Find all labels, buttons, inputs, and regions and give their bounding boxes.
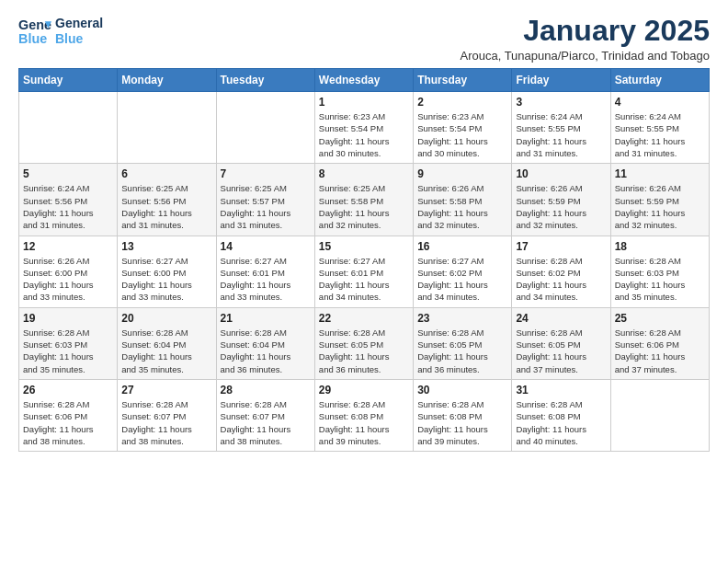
calendar-cell: 23Sunrise: 6:28 AM Sunset: 6:05 PM Dayli… [414, 307, 512, 379]
day-number: 3 [516, 96, 606, 109]
day-number: 12 [23, 240, 113, 253]
day-info: Sunrise: 6:23 AM Sunset: 5:54 PM Dayligh… [417, 110, 507, 159]
calendar-cell: 31Sunrise: 6:28 AM Sunset: 6:08 PM Dayli… [512, 379, 610, 451]
calendar-cell: 2Sunrise: 6:23 AM Sunset: 5:54 PM Daylig… [414, 92, 512, 164]
calendar-cell: 4Sunrise: 6:24 AM Sunset: 5:55 PM Daylig… [610, 92, 709, 164]
day-number: 11 [615, 167, 705, 180]
calendar-cell: 9Sunrise: 6:26 AM Sunset: 5:58 PM Daylig… [414, 164, 512, 236]
weekday-header-friday: Friday [512, 69, 610, 92]
calendar-cell: 5Sunrise: 6:24 AM Sunset: 5:56 PM Daylig… [19, 164, 118, 236]
day-info: Sunrise: 6:28 AM Sunset: 6:08 PM Dayligh… [516, 398, 606, 447]
day-info: Sunrise: 6:25 AM Sunset: 5:57 PM Dayligh… [221, 182, 311, 231]
day-number: 15 [319, 240, 409, 253]
day-number: 25 [615, 312, 705, 325]
day-number: 18 [615, 240, 705, 253]
day-info: Sunrise: 6:26 AM Sunset: 6:00 PM Dayligh… [23, 255, 113, 304]
calendar-cell: 27Sunrise: 6:28 AM Sunset: 6:07 PM Dayli… [118, 379, 216, 451]
day-number: 4 [615, 96, 705, 109]
calendar-cell [216, 92, 314, 164]
calendar-cell: 1Sunrise: 6:23 AM Sunset: 5:54 PM Daylig… [314, 92, 413, 164]
day-info: Sunrise: 6:28 AM Sunset: 6:03 PM Dayligh… [615, 255, 705, 304]
day-number: 10 [516, 167, 606, 180]
calendar-cell [19, 92, 118, 164]
day-number: 7 [221, 167, 311, 180]
calendar-cell: 17Sunrise: 6:28 AM Sunset: 6:02 PM Dayli… [512, 236, 610, 307]
day-number: 20 [121, 312, 211, 325]
day-number: 6 [121, 167, 211, 180]
day-info: Sunrise: 6:25 AM Sunset: 5:56 PM Dayligh… [121, 182, 211, 231]
calendar-cell: 3Sunrise: 6:24 AM Sunset: 5:55 PM Daylig… [512, 92, 610, 164]
day-number: 22 [319, 312, 409, 325]
subtitle: Arouca, Tunapuna/Piarco, Trinidad and To… [460, 49, 710, 63]
calendar-cell [610, 379, 709, 451]
logo-text: General Blue [55, 16, 103, 47]
day-number: 23 [417, 312, 507, 325]
weekday-header-row: SundayMondayTuesdayWednesdayThursdayFrid… [19, 69, 710, 92]
day-info: Sunrise: 6:28 AM Sunset: 6:07 PM Dayligh… [221, 398, 311, 447]
calendar-cell: 29Sunrise: 6:28 AM Sunset: 6:08 PM Dayli… [314, 379, 413, 451]
day-info: Sunrise: 6:27 AM Sunset: 6:00 PM Dayligh… [121, 255, 211, 304]
calendar-cell: 21Sunrise: 6:28 AM Sunset: 6:04 PM Dayli… [216, 307, 314, 379]
day-number: 5 [23, 167, 113, 180]
day-number: 1 [319, 96, 409, 109]
logo-icon: General Blue [18, 15, 51, 48]
day-number: 24 [516, 312, 606, 325]
day-info: Sunrise: 6:26 AM Sunset: 5:59 PM Dayligh… [615, 182, 705, 231]
title-block: January 2025 Arouca, Tunapuna/Piarco, Tr… [460, 15, 710, 63]
main-title: January 2025 [460, 15, 710, 47]
calendar-cell: 22Sunrise: 6:28 AM Sunset: 6:05 PM Dayli… [314, 307, 413, 379]
weekday-header-tuesday: Tuesday [216, 69, 314, 92]
day-info: Sunrise: 6:28 AM Sunset: 6:06 PM Dayligh… [23, 398, 113, 447]
calendar-cell: 24Sunrise: 6:28 AM Sunset: 6:05 PM Dayli… [512, 307, 610, 379]
day-info: Sunrise: 6:28 AM Sunset: 6:02 PM Dayligh… [516, 255, 606, 304]
day-number: 21 [221, 312, 311, 325]
day-info: Sunrise: 6:28 AM Sunset: 6:05 PM Dayligh… [319, 327, 409, 375]
day-info: Sunrise: 6:28 AM Sunset: 6:05 PM Dayligh… [516, 327, 606, 375]
calendar-cell: 10Sunrise: 6:26 AM Sunset: 5:59 PM Dayli… [512, 164, 610, 236]
calendar-cell: 11Sunrise: 6:26 AM Sunset: 5:59 PM Dayli… [610, 164, 709, 236]
day-number: 9 [417, 167, 507, 180]
day-info: Sunrise: 6:24 AM Sunset: 5:55 PM Dayligh… [516, 110, 606, 159]
day-info: Sunrise: 6:28 AM Sunset: 6:04 PM Dayligh… [221, 327, 311, 375]
logo: General Blue General Blue [18, 15, 103, 48]
week-row-3: 12Sunrise: 6:26 AM Sunset: 6:00 PM Dayli… [19, 236, 710, 307]
calendar-cell [118, 92, 216, 164]
week-row-5: 26Sunrise: 6:28 AM Sunset: 6:06 PM Dayli… [19, 379, 710, 451]
week-row-1: 1Sunrise: 6:23 AM Sunset: 5:54 PM Daylig… [19, 92, 710, 164]
day-info: Sunrise: 6:24 AM Sunset: 5:55 PM Dayligh… [615, 110, 705, 159]
day-number: 14 [221, 240, 311, 253]
page: General Blue General Blue January 2025 A… [0, 0, 728, 461]
calendar-cell: 15Sunrise: 6:27 AM Sunset: 6:01 PM Dayli… [314, 236, 413, 307]
day-number: 16 [417, 240, 507, 253]
calendar-cell: 25Sunrise: 6:28 AM Sunset: 6:06 PM Dayli… [610, 307, 709, 379]
day-info: Sunrise: 6:25 AM Sunset: 5:58 PM Dayligh… [319, 182, 409, 231]
calendar-cell: 20Sunrise: 6:28 AM Sunset: 6:04 PM Dayli… [118, 307, 216, 379]
calendar-cell: 12Sunrise: 6:26 AM Sunset: 6:00 PM Dayli… [19, 236, 118, 307]
calendar-cell: 26Sunrise: 6:28 AM Sunset: 6:06 PM Dayli… [19, 379, 118, 451]
calendar-body: 1Sunrise: 6:23 AM Sunset: 5:54 PM Daylig… [19, 92, 710, 452]
day-info: Sunrise: 6:28 AM Sunset: 6:06 PM Dayligh… [615, 327, 705, 375]
day-info: Sunrise: 6:27 AM Sunset: 6:01 PM Dayligh… [221, 255, 311, 304]
day-number: 28 [221, 384, 311, 396]
day-info: Sunrise: 6:27 AM Sunset: 6:01 PM Dayligh… [319, 255, 409, 304]
day-number: 29 [319, 384, 409, 396]
day-number: 31 [516, 384, 606, 396]
svg-text:Blue: Blue [18, 31, 47, 46]
week-row-4: 19Sunrise: 6:28 AM Sunset: 6:03 PM Dayli… [19, 307, 710, 379]
day-number: 8 [319, 167, 409, 180]
header: General Blue General Blue January 2025 A… [18, 15, 710, 63]
day-number: 26 [23, 384, 113, 396]
day-info: Sunrise: 6:28 AM Sunset: 6:03 PM Dayligh… [23, 327, 113, 375]
day-number: 27 [121, 384, 211, 396]
day-info: Sunrise: 6:28 AM Sunset: 6:08 PM Dayligh… [417, 398, 507, 447]
calendar-cell: 18Sunrise: 6:28 AM Sunset: 6:03 PM Dayli… [610, 236, 709, 307]
calendar-cell: 8Sunrise: 6:25 AM Sunset: 5:58 PM Daylig… [314, 164, 413, 236]
day-info: Sunrise: 6:28 AM Sunset: 6:04 PM Dayligh… [121, 327, 211, 375]
day-number: 13 [121, 240, 211, 253]
day-number: 19 [23, 312, 113, 325]
calendar-cell: 19Sunrise: 6:28 AM Sunset: 6:03 PM Dayli… [19, 307, 118, 379]
weekday-header-wednesday: Wednesday [314, 69, 413, 92]
weekday-header-sunday: Sunday [19, 69, 118, 92]
week-row-2: 5Sunrise: 6:24 AM Sunset: 5:56 PM Daylig… [19, 164, 710, 236]
day-info: Sunrise: 6:26 AM Sunset: 5:58 PM Dayligh… [417, 182, 507, 231]
